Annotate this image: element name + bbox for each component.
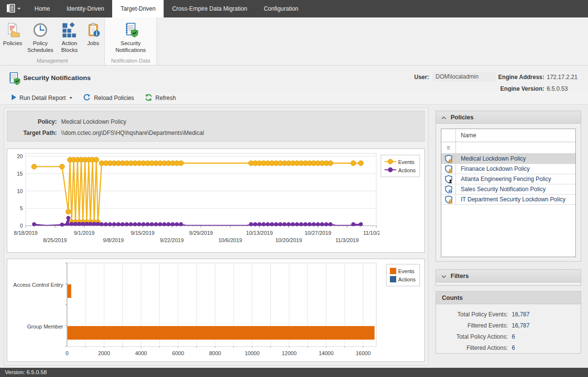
counts-section: Counts Total Policy Events: 16,787 Filte… xyxy=(436,291,581,354)
svg-text:6000: 6000 xyxy=(172,350,184,356)
svg-text:12000: 12000 xyxy=(282,350,297,356)
svg-text:11/3/2019: 11/3/2019 xyxy=(336,237,359,243)
filtered-actions-label: Filtered Actions: xyxy=(436,344,508,351)
filtered-actions-value: 6 xyxy=(512,344,515,351)
policy-name: Atlanta Engineering Fencing Policy xyxy=(456,174,575,184)
svg-text:Group Member: Group Member xyxy=(27,324,63,329)
svg-text:9/29/2019: 9/29/2019 xyxy=(189,230,213,236)
policies-section-header[interactable]: Policies xyxy=(436,111,581,124)
policy-row-atlanta-engineering-fencing[interactable]: Atlanta Engineering Fencing Policy xyxy=(441,174,575,184)
policy-value: Medical Lockdown Policy xyxy=(61,118,126,125)
filters-section-header[interactable]: Filters xyxy=(436,270,581,282)
collapse-up-icon xyxy=(441,114,446,121)
svg-text:9/22/2019: 9/22/2019 xyxy=(160,237,184,243)
actions-line-marker-icon xyxy=(385,167,396,174)
engine-address-row: Engine Address: 172.17.2.21 xyxy=(495,74,582,81)
total-policy-events-value: 16,787 xyxy=(512,311,530,318)
legend-events-label: Events xyxy=(398,268,415,274)
tab-cross-empire-data-migration[interactable]: Cross-Empire Data Migration xyxy=(164,0,255,17)
policies-button[interactable]: Policies xyxy=(0,20,25,48)
page-title: Security Notifications xyxy=(23,74,91,82)
total-policy-events-row: Total Policy Events: 16,787 xyxy=(436,309,581,320)
counts-body: Total Policy Events: 16,787 Filtered Eve… xyxy=(436,304,581,353)
engine-version-row: Engine Version: 6.5.0.53 xyxy=(495,85,582,92)
refresh-button[interactable]: Refresh xyxy=(139,92,181,104)
svg-text:0: 0 xyxy=(20,223,23,229)
action-blocks-button[interactable]: Action Blocks xyxy=(55,20,84,54)
run-detail-report-button[interactable]: Run Detail Report xyxy=(6,92,78,104)
ribbon-group-management: Policies Policy Schedules Action Blocks … xyxy=(0,17,105,65)
app-menu-button[interactable] xyxy=(0,0,26,17)
total-policy-events-label: Total Policy Events: xyxy=(436,311,508,318)
policy-name: Finanace Lockdown Policy xyxy=(456,164,575,174)
events-actions-by-type-chart: 0200040006000800010000120001400016000Acc… xyxy=(7,259,425,362)
policy-schedules-button[interactable]: Policy Schedules xyxy=(25,20,55,54)
tab-target-driven[interactable]: Target-Driven xyxy=(112,0,164,17)
filtered-events-label: Filtered Events: xyxy=(436,322,508,329)
policy-name: IT Department Security Lockdown Policy xyxy=(456,195,575,204)
actions-bar-swatch-icon xyxy=(390,276,396,282)
security-notifications-button[interactable]: Security Notifications xyxy=(106,20,155,54)
engine-version-value: 6.5.0.53 xyxy=(547,85,582,92)
policy-schedules-icon xyxy=(33,21,48,39)
policy-name: Medical Lockdown Policy xyxy=(456,154,575,164)
total-policy-actions-label: Total Policy Actions: xyxy=(436,333,508,340)
policy-row-medical-lockdown[interactable]: Medical Lockdown Policy xyxy=(441,154,575,164)
filter-operator-button[interactable]: = xyxy=(441,142,456,153)
jobs-icon xyxy=(85,21,101,39)
counts-section-title: Counts xyxy=(442,295,463,301)
tab-home[interactable]: Home xyxy=(26,0,58,17)
policies-icon xyxy=(5,21,20,39)
policy-schedules-label: Policy Schedules xyxy=(27,40,53,53)
policy-name: Sales Security Notification Policy xyxy=(456,184,575,194)
policy-label: Policy: xyxy=(7,118,57,125)
engine-version-label: Engine Version: xyxy=(495,85,544,92)
reload-icon xyxy=(83,94,91,103)
bar-chart-legend: Events Actions xyxy=(386,264,420,286)
name-column-header: Name xyxy=(456,129,575,142)
policy-row-sales-security-notification[interactable]: Sales Security Notification Policy xyxy=(441,184,575,195)
jobs-button[interactable]: Jobs xyxy=(84,20,103,48)
svg-text:14000: 14000 xyxy=(319,350,334,356)
svg-text:10000: 10000 xyxy=(245,350,260,356)
tab-identity-driven[interactable]: Identity-Driven xyxy=(58,0,112,17)
filtered-actions-row: Filtered Actions: 6 xyxy=(436,342,581,353)
total-policy-actions-value: 6 xyxy=(512,333,515,340)
shield-lock-icon xyxy=(441,164,456,174)
shield-info-icon xyxy=(441,184,456,194)
filters-section-title: Filters xyxy=(451,273,469,279)
reload-policies-label: Reload Policies xyxy=(94,95,134,101)
engine-address-label: Engine Address: xyxy=(495,74,544,81)
user-label: User: xyxy=(414,74,429,81)
tab-configuration[interactable]: Configuration xyxy=(255,0,306,17)
legend-item-events: Events xyxy=(390,267,416,275)
timeline-chart-plot: 8/18/20198/25/20199/1/20199/8/20199/15/2… xyxy=(8,152,380,249)
app-menu-caret-icon xyxy=(17,8,21,10)
svg-text:8000: 8000 xyxy=(209,350,221,356)
filters-section: Filters xyxy=(436,269,581,286)
policy-info-box: Policy: Medical Lockdown Policy Target P… xyxy=(7,111,425,142)
legend-events-label: Events xyxy=(398,159,415,165)
total-policy-actions-row: Total Policy Actions: 6 xyxy=(436,331,581,342)
svg-text:2000: 2000 xyxy=(98,350,110,356)
shield-lock-icon xyxy=(441,195,456,204)
policies-table: Name = Medical Lockdown Policy Finanace … xyxy=(441,129,576,257)
policies-filter-input[interactable] xyxy=(456,142,575,153)
user-value: DOM\localadmin xyxy=(432,72,496,82)
policy-row-finanace-lockdown[interactable]: Finanace Lockdown Policy xyxy=(441,164,575,174)
run-detail-report-label: Run Detail Report xyxy=(19,95,66,101)
refresh-label: Refresh xyxy=(155,95,176,101)
shield-lock-icon xyxy=(441,154,456,164)
svg-text:10/20/2019: 10/20/2019 xyxy=(275,237,302,243)
counts-section-header: Counts xyxy=(436,292,581,304)
svg-text:16000: 16000 xyxy=(356,350,371,356)
legend-item-events: Events xyxy=(385,158,416,166)
security-notifications-label: Security Notifications xyxy=(116,40,146,53)
reload-policies-button[interactable]: Reload Policies xyxy=(78,92,139,104)
legend-item-actions: Actions xyxy=(390,275,416,283)
ribbon-group-management-label: Management xyxy=(0,58,104,64)
policy-row-it-department-security-lockdown[interactable]: IT Department Security Lockdown Policy xyxy=(441,195,575,205)
top-tab-bar: Home Identity-Driven Target-Driven Cross… xyxy=(0,0,588,17)
svg-text:10/27/2019: 10/27/2019 xyxy=(304,230,331,236)
refresh-icon xyxy=(145,94,152,103)
